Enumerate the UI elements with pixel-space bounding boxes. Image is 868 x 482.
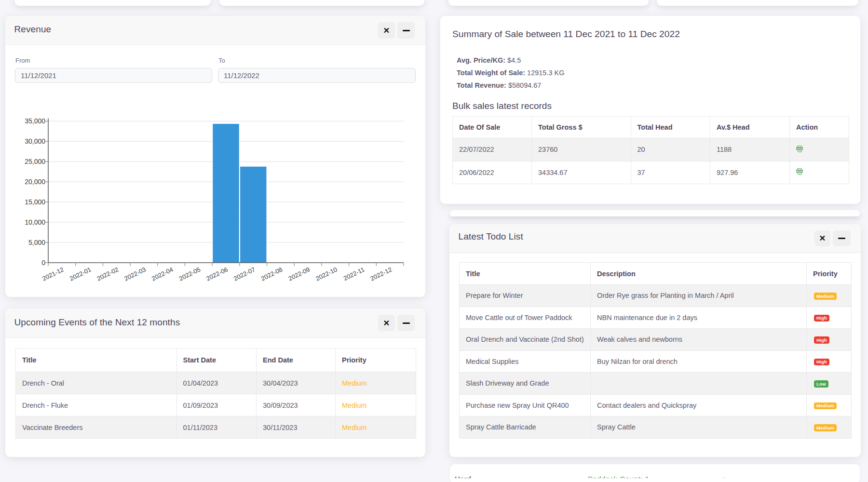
svg-text:35,000: 35,000 bbox=[25, 117, 45, 125]
svg-text:2022-04: 2022-04 bbox=[150, 266, 174, 282]
svg-text:20,000: 20,000 bbox=[25, 178, 45, 186]
svg-text:25,000: 25,000 bbox=[25, 158, 45, 165]
svg-text:0: 0 bbox=[41, 259, 45, 267]
svg-text:2022-12: 2022-12 bbox=[369, 266, 393, 282]
svg-text:5,000: 5,000 bbox=[28, 239, 45, 246]
svg-text:2022-02: 2022-02 bbox=[96, 266, 120, 282]
svg-text:2021-12: 2021-12 bbox=[41, 266, 65, 282]
svg-text:2022-06: 2022-06 bbox=[205, 266, 229, 282]
svg-text:2022-01: 2022-01 bbox=[68, 266, 92, 282]
svg-text:30,000: 30,000 bbox=[25, 137, 45, 145]
svg-text:15,000: 15,000 bbox=[25, 198, 45, 206]
svg-text:2022-09: 2022-09 bbox=[287, 266, 311, 282]
svg-text:2022-05: 2022-05 bbox=[178, 266, 202, 282]
svg-text:2022-03: 2022-03 bbox=[123, 266, 147, 282]
svg-text:10,000: 10,000 bbox=[25, 218, 45, 226]
svg-text:2022-10: 2022-10 bbox=[314, 266, 338, 282]
svg-text:2022-07: 2022-07 bbox=[232, 266, 256, 282]
svg-text:2022-11: 2022-11 bbox=[342, 266, 366, 282]
svg-text:2022-08: 2022-08 bbox=[260, 266, 284, 282]
